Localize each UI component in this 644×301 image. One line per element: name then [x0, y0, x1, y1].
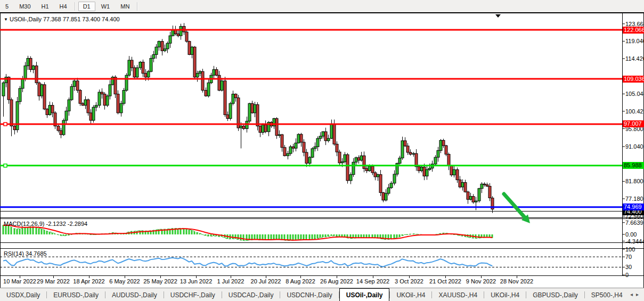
date-label: 3 Oct 2022 [395, 278, 423, 284]
date-label: 6 May 2022 [109, 278, 140, 284]
price-tick-label: 100.420 [625, 108, 644, 115]
price-tag-line: 97.007 [623, 120, 644, 127]
date-label: 1 Jul 2022 [217, 278, 244, 284]
tab-usdcnh-daily[interactable]: USDCNH-,Daily [280, 288, 338, 301]
date-label: 28 Nov 2022 [500, 278, 533, 284]
tab-ukoil-h4[interactable]: UKOil-,H4 [484, 288, 526, 301]
date-label: 21 Oct 2022 [429, 278, 461, 284]
date-label: 13 Jun 2022 [180, 278, 213, 284]
date-label: 20 Jul 2022 [251, 278, 281, 284]
tab-sp500-h4[interactable]: SP500-,H4 [585, 288, 629, 301]
price-tag-line: 122.066 [623, 27, 644, 34]
tab-usoil-daily[interactable]: USOil-,Daily [339, 288, 390, 301]
tab-usdchf-daily[interactable]: USDCHF-,Daily [164, 288, 222, 301]
rsi-scale-label: 30 [625, 264, 632, 270]
date-label: 14 Sep 2022 [356, 278, 389, 284]
scroll-right-icon[interactable]: ▸ [636, 291, 642, 297]
macd-scale-label: -4.3444 [625, 238, 644, 245]
tab-gbpusd-daily[interactable]: GBPUSD-,Daily [526, 288, 584, 301]
tab-scroll-arrows[interactable]: ◂▸ [630, 291, 642, 297]
chart-title: ▼ USOil-,Daily 77.368 77.851 73.400 74.4… [4, 16, 120, 23]
price-tick-label: 114.420 [625, 55, 644, 62]
tab-ukoil-h4[interactable]: UKOil-,H4 [390, 288, 431, 301]
symbol-tab-bar: USDX,DailyEURUSD-,DailyAUDUSD-,DailyUSDC… [0, 288, 644, 301]
tab-audusd-daily[interactable]: AUDUSD-,Daily [105, 288, 164, 301]
macd-scale-label: 7.6639 [625, 219, 643, 226]
price-tick-label: 91.040 [625, 143, 643, 150]
price-tag-line: 109.036 [623, 76, 644, 83]
date-label: 25 May 2022 [143, 278, 177, 284]
macd-values: -2.1232 -2.2894 [46, 221, 87, 227]
price-tick-label: 105.040 [625, 91, 644, 97]
date-label: 9 Nov 2022 [466, 278, 496, 284]
price-tag-line: 85.988 [623, 162, 644, 169]
tab-eurusd-daily[interactable]: EURUSD-,Daily [47, 288, 105, 301]
price-tag-line: 74.969 [623, 204, 644, 210]
chart-canvas[interactable] [0, 0, 644, 288]
date-label: 29 Mar 2022 [37, 278, 70, 284]
scroll-left-icon[interactable]: ◂ [630, 291, 636, 297]
macd-name: MACD(12,26,9) [4, 221, 44, 227]
rsi-value: 34.7685 [26, 250, 47, 257]
macd-scale-label: 0.00 [625, 231, 637, 238]
rsi-scale-label: 0 [625, 272, 629, 278]
chart-ohlc: 77.368 77.851 73.400 74.400 [43, 16, 120, 22]
down-arrow-annotation[interactable] [504, 194, 525, 217]
rsi-scale-label: 70 [625, 254, 632, 260]
rsi-panel [3, 258, 492, 267]
rsi-indicator-label: RSI(14) 34.7685 [4, 250, 47, 257]
tab-xauusd-h4[interactable]: XAUUSD-,H4 [432, 288, 484, 301]
macd-panel [3, 225, 493, 241]
tab-usdcad-daily[interactable]: USDCAD-,Daily [222, 288, 280, 301]
price-tick-label: 119.040 [625, 38, 644, 44]
chart-symbol: USOil-,Daily [10, 16, 42, 22]
rsi-scale-label: 100 [625, 246, 635, 253]
date-label: 8 Aug 2022 [286, 278, 315, 284]
price-tick-label: 81.800 [625, 178, 643, 184]
tab-usdx-daily[interactable]: USDX,Daily [0, 288, 46, 301]
candles [2, 23, 494, 213]
date-label: 18 Apr 2022 [73, 278, 104, 284]
chevron-down-icon[interactable]: ▼ [4, 17, 8, 22]
date-label: 26 Aug 2022 [320, 278, 353, 284]
rsi-name: RSI(14) [4, 250, 24, 257]
price-tick-label: 77.180 [625, 196, 643, 202]
chart-shift-marker-icon[interactable] [495, 14, 501, 18]
macd-indicator-label: MACD(12,26,9) -2.1232 -2.2894 [4, 221, 87, 227]
date-label: 10 Mar 2022 [3, 278, 36, 284]
